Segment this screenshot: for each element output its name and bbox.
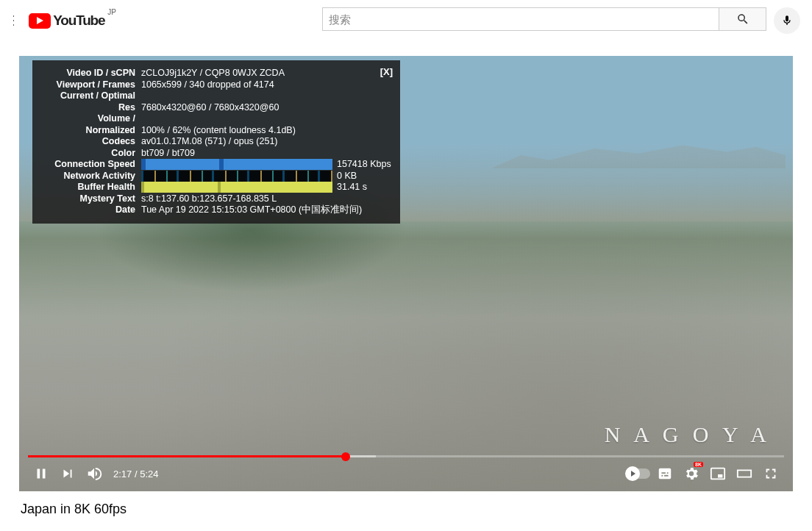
nerd-value: zCLOJ9j1k2Y / CQP8 0WJX ZCDA <box>141 68 391 79</box>
nerd-row: Volume / <box>38 113 391 125</box>
nerd-value: bt709 / bt709 <box>141 148 391 159</box>
volume-icon <box>86 466 102 482</box>
video-overlay-text: N A G O Y A <box>605 422 771 447</box>
search-input[interactable] <box>322 7 719 31</box>
fullscreen-button[interactable] <box>758 460 784 487</box>
nerd-row: Current / Optimal <box>38 90 391 102</box>
fullscreen-icon <box>763 466 779 482</box>
nerd-value: 0 KB <box>332 171 391 182</box>
youtube-icon <box>29 13 51 29</box>
next-button[interactable] <box>54 460 81 487</box>
nerd-label: Color <box>38 148 141 159</box>
player-controls: 2:17 / 5:24 8K <box>19 456 793 491</box>
nerd-row: Network Activity0 KB <box>38 171 391 182</box>
search-icon <box>736 13 749 26</box>
logo[interactable]: YouTube JP <box>29 13 116 29</box>
nerd-label: Viewport / Frames <box>38 79 141 90</box>
autoplay-toggle[interactable] <box>625 460 652 487</box>
nerd-row: Mystery Texts:8 t:137.60 b:123.657-168.8… <box>38 193 391 205</box>
nerd-bar <box>141 182 332 193</box>
nerd-value: 7680x4320@60 / 7680x4320@60 <box>141 102 391 113</box>
region-code: JP <box>107 8 116 16</box>
stats-for-nerds-panel: [X] Video ID / sCPNzCLOJ9j1k2Y / CQP8 0W… <box>32 60 400 224</box>
pause-icon <box>33 466 49 482</box>
volume-button[interactable] <box>81 460 107 487</box>
video-player[interactable]: N A G O Y A [X] Video ID / sCPNzCLOJ9j1k… <box>19 56 793 491</box>
nerd-label: Codecs <box>38 136 141 147</box>
nerd-label: Mystery Text <box>38 193 141 204</box>
next-icon <box>60 466 76 482</box>
subtitles-button[interactable] <box>652 460 678 487</box>
scenery-mountain <box>491 135 786 168</box>
nerd-label: Current / Optimal <box>38 90 141 101</box>
nerd-row: Normalized100% / 62% (content loudness 4… <box>38 125 391 137</box>
nerd-label: Date <box>38 204 141 215</box>
nerd-label: Video ID / sCPN <box>38 68 141 79</box>
theater-button[interactable] <box>731 460 758 487</box>
time-display: 2:17 / 5:24 <box>113 468 158 480</box>
subtitles-icon <box>657 466 673 482</box>
nerd-close-button[interactable]: [X] <box>380 66 393 78</box>
nerd-bar <box>141 171 332 182</box>
nerd-row: Connection Speed157418 Kbps <box>38 159 391 171</box>
nerd-row: Video ID / sCPNzCLOJ9j1k2Y / CQP8 0WJX Z… <box>38 68 391 79</box>
miniplayer-icon <box>710 466 726 482</box>
masthead: YouTube JP <box>0 0 812 41</box>
nerd-label: Buffer Health <box>38 182 141 193</box>
nerd-bar <box>141 159 332 170</box>
nerd-label: Volume / <box>38 113 141 124</box>
nerd-row: Res7680x4320@60 / 7680x4320@60 <box>38 102 391 114</box>
voice-search-button[interactable] <box>774 7 800 34</box>
theater-icon <box>736 466 752 482</box>
nerd-value: 100% / 62% (content loudness 4.1dB) <box>141 125 391 136</box>
nerd-value: s:8 t:137.60 b:123.657-168.835 L <box>141 193 391 204</box>
nerd-value: 1065x599 / 340 dropped of 4174 <box>141 79 391 90</box>
search-button[interactable] <box>719 7 766 31</box>
settings-button[interactable]: 8K <box>678 460 705 487</box>
nerd-label: Network Activity <box>38 171 141 182</box>
search-form <box>322 7 800 34</box>
logo-text: YouTube <box>53 13 104 29</box>
nerd-value: av01.0.17M.08 (571) / opus (251) <box>141 136 391 147</box>
nerd-label: Connection Speed <box>38 159 141 170</box>
nerd-label: Normalized <box>38 125 141 136</box>
pause-button[interactable] <box>28 460 54 487</box>
nerd-row: Colorbt709 / bt709 <box>38 148 391 160</box>
nerd-row: Viewport / Frames1065x599 / 340 dropped … <box>38 79 391 91</box>
miniplayer-button[interactable] <box>705 460 731 487</box>
nerd-row: Codecsav01.0.17M.08 (571) / opus (251) <box>38 136 391 148</box>
nerd-value: Tue Apr 19 2022 15:15:03 GMT+0800 (中国标准时… <box>141 204 391 215</box>
nerd-row: DateTue Apr 19 2022 15:15:03 GMT+0800 (中… <box>38 204 391 216</box>
video-title: Japan in 8K 60fps <box>21 502 791 517</box>
microphone-icon <box>781 15 793 26</box>
gear-icon <box>683 466 699 482</box>
nerd-value: 157418 Kbps <box>332 159 391 170</box>
nerd-value: 31.41 s <box>332 182 391 193</box>
quality-badge: 8K <box>694 462 703 467</box>
nerd-label: Res <box>38 102 141 113</box>
guide-button[interactable] <box>12 12 15 29</box>
nerd-row: Buffer Health31.41 s <box>38 182 391 193</box>
